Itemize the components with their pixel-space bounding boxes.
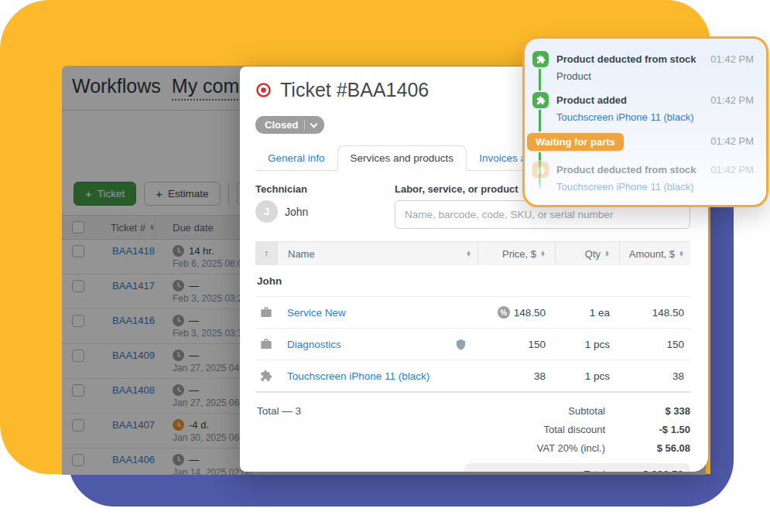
service-row: Diagnostics 150 1 pcs 150	[255, 329, 690, 360]
avatar: J	[255, 200, 278, 223]
amount-cell: 150	[619, 339, 690, 350]
row-checkbox[interactable]	[72, 315, 84, 327]
service-name-cell: Diagnostics	[277, 339, 477, 350]
sort-direction-cell[interactable]: ↑	[255, 242, 277, 265]
column-qty[interactable]: Qty ▲▼	[555, 242, 619, 265]
feed-text: Product deducted from stock Touchscreen …	[556, 162, 703, 193]
feed-item: Product deducted from stock Touchscreen …	[532, 162, 754, 193]
tab-general-info[interactable]: General info	[255, 146, 337, 170]
price-value: 148.50	[514, 307, 546, 319]
ticket-link[interactable]: BAA1406	[112, 454, 155, 466]
service-icon	[255, 338, 277, 350]
due-value: —	[189, 384, 199, 396]
due-value: 14 hr.	[189, 245, 214, 257]
totals-column: Subtotal $ 338 Total discount -$ 1.50 VA…	[464, 405, 690, 472]
sort-icon[interactable]: ▲▼	[149, 224, 155, 231]
ticket-link[interactable]: BAA1417	[112, 280, 155, 292]
vat-row: VAT 20% (incl.) $ 56.08	[464, 442, 690, 454]
ticket-link[interactable]: BAA1409	[112, 350, 155, 361]
due-value: —	[189, 454, 199, 466]
service-icon	[255, 306, 277, 319]
column-name[interactable]: Name ▲▼	[277, 242, 477, 265]
column-amount[interactable]: Amount, $ ▲▼	[619, 242, 690, 265]
ticket-id-cell: BAA1417	[94, 280, 155, 292]
tab-services-and-products[interactable]: Services and products	[337, 145, 467, 171]
subtotal-value: $ 338	[605, 405, 690, 417]
row-checkbox[interactable]	[72, 245, 84, 257]
subtotal-label: Subtotal	[568, 405, 605, 417]
product-event-icon	[532, 162, 549, 178]
add-ticket-button[interactable]: + Ticket	[74, 182, 136, 206]
activity-feed-panel: Product deducted from stock Product 01:4…	[522, 36, 768, 207]
chevron-down-icon	[310, 120, 318, 128]
status-divider	[304, 120, 305, 130]
group-header-technician: John	[255, 265, 690, 297]
feed-text: Product deducted from stock Product	[556, 51, 703, 82]
ticket-link[interactable]: BAA1416	[112, 315, 155, 326]
row-checkbox[interactable]	[72, 280, 84, 292]
qty-cell: 1 ea	[555, 307, 619, 319]
feed-subtitle: Touchscreen iPhone 11 (black)	[556, 181, 703, 193]
feed-subtitle: Touchscreen iPhone 11 (black)	[556, 111, 703, 123]
price-value: 150	[528, 339, 546, 350]
service-link[interactable]: Diagnostics	[287, 339, 341, 350]
stage: Workflows My company + Ticket + Estimate	[0, 0, 770, 532]
add-estimate-label: Estimate	[168, 188, 209, 200]
ticket-id-cell: BAA1409	[94, 350, 155, 361]
vat-value: $ 56.08	[605, 442, 690, 454]
row-checkbox[interactable]	[72, 419, 84, 431]
product-link[interactable]: Touchscreen iPhone 11 (black)	[556, 111, 694, 123]
vat-label: VAT 20% (incl.)	[537, 442, 605, 454]
grand-total-label: Total	[584, 469, 605, 472]
row-checkbox[interactable]	[72, 454, 84, 466]
modal-title: Ticket #BAA1406	[280, 79, 429, 101]
sort-icon[interactable]: ▲▼	[679, 251, 684, 257]
column-price[interactable]: Price, $ ▲▼	[477, 242, 555, 265]
qty-cell: 1 pcs	[555, 339, 619, 350]
sort-icon[interactable]: ▲▼	[466, 251, 471, 257]
service-link[interactable]: Service New	[287, 307, 346, 319]
add-ticket-label: Ticket	[98, 188, 125, 200]
page-title: Workflows	[72, 75, 161, 97]
plus-icon: +	[156, 188, 163, 200]
clock-icon	[173, 280, 184, 292]
select-all-cell	[62, 221, 94, 234]
up-arrow-icon: ↑	[264, 248, 269, 259]
services-table: ↑ Name ▲▼ Price, $ ▲▼ Qty ▲▼ Amount, $	[255, 241, 690, 393]
service-row: Service New %148.50 1 ea 148.50	[255, 297, 690, 329]
feed-text: Product added Touchscreen iPhone 11 (bla…	[556, 92, 703, 123]
checkbox-cell	[62, 419, 94, 431]
add-estimate-button[interactable]: + Estimate	[144, 182, 220, 206]
ticket-id-cell: BAA1406	[94, 454, 155, 466]
ticket-link[interactable]: BAA1408	[112, 384, 155, 396]
sort-icon[interactable]: ▲▼	[604, 251, 610, 257]
checkbox-cell	[62, 384, 94, 397]
product-link[interactable]: Touchscreen iPhone 11 (black)	[287, 370, 429, 382]
feed-timestamp: 01:42 PM	[710, 51, 754, 67]
qty-cell: 1 pcs	[555, 370, 619, 382]
technician-select[interactable]: J John	[255, 200, 376, 223]
items-count: Total — 3	[255, 405, 301, 472]
ticket-id-cell: BAA1418	[94, 245, 155, 257]
sort-icon[interactable]: ▲▼	[540, 251, 546, 257]
product-row: Touchscreen iPhone 11 (black) 38 1 pcs 3…	[255, 360, 690, 392]
discount-value: -$ 1.50	[605, 424, 690, 435]
feed-content: Product deducted from stock Product 01:4…	[525, 39, 766, 205]
select-all-checkbox[interactable]	[72, 221, 84, 234]
column-qty-label: Qty	[585, 248, 601, 260]
toolbar-divider	[228, 184, 229, 204]
feed-status-change: Waiting for parts 01:42 PM	[527, 133, 754, 151]
amount-cell: 38	[619, 370, 690, 382]
row-checkbox[interactable]	[72, 384, 84, 397]
plus-icon: +	[85, 188, 92, 200]
column-ticket[interactable]: Ticket # ▲▼	[94, 222, 155, 234]
checkbox-cell	[62, 280, 94, 292]
product-link[interactable]: Touchscreen iPhone 11 (black)	[556, 181, 694, 193]
ticket-link[interactable]: BAA1407	[112, 419, 155, 431]
row-checkbox[interactable]	[72, 350, 84, 362]
technician-label: Technician	[255, 183, 376, 195]
ticket-link[interactable]: BAA1418	[112, 245, 155, 257]
discount-icon: %	[498, 306, 510, 319]
column-price-label: Price, $	[502, 248, 536, 260]
status-dropdown[interactable]: Closed	[255, 116, 324, 134]
